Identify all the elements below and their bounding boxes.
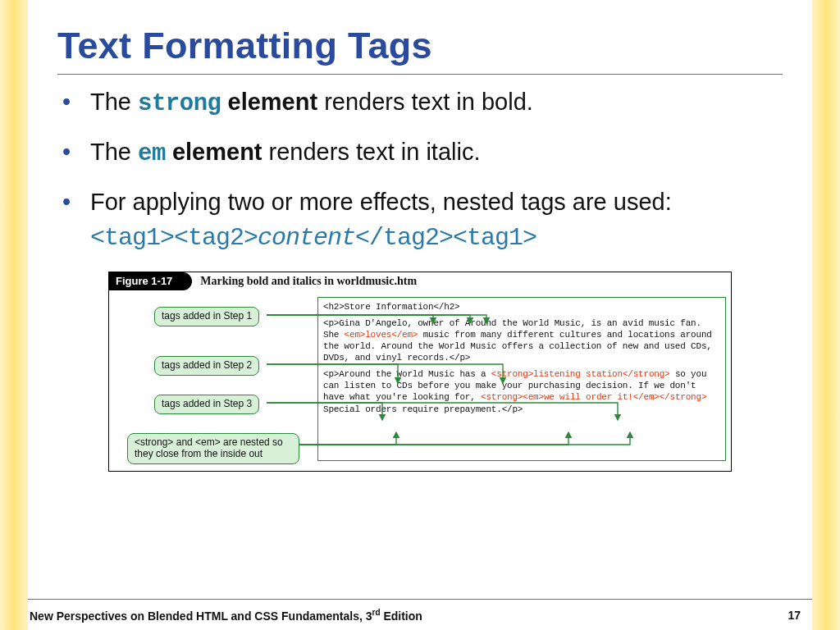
b2-post: renders text in italic.	[262, 139, 481, 165]
figure-label: Figure 1-17	[109, 272, 180, 290]
code-para2: <p>Around the World Music has a <strong>…	[323, 368, 720, 414]
bullet-1: The strong element renders text in bold.	[82, 86, 783, 120]
footer-book: New Perspectives on Blended HTML and CSS…	[30, 608, 422, 623]
edge-gradient-right	[812, 0, 840, 630]
b3-text: For applying two or more effects, nested…	[90, 189, 672, 215]
slide-body: Text Formatting Tags The strong element …	[28, 0, 812, 630]
b3-t2: </tag2><tag1>	[355, 224, 536, 252]
figure-tab: Figure 1-17 Marking bold and italics in …	[109, 272, 417, 290]
footer-page: 17	[788, 609, 801, 622]
b1-pre: The	[90, 89, 138, 115]
code-panel: <h2>Store Information</h2> <p>Gina D'Ang…	[317, 297, 726, 461]
title-rule	[57, 74, 783, 75]
bullet-2: The em element renders text in italic.	[82, 136, 783, 170]
figure-tab-curve	[180, 272, 192, 290]
code-para1: <p>Gina D'Angelo, owner of Around the Wo…	[323, 317, 720, 363]
figure-caption: Marking bold and italics in worldmusic.h…	[192, 275, 417, 288]
b2-mid: element	[166, 139, 262, 165]
edge-gradient-left	[0, 0, 28, 630]
bullet-list: The strong element renders text in bold.…	[57, 86, 783, 255]
bullet-3: For applying two or more effects, nested…	[82, 186, 783, 255]
b1-mid: element	[221, 89, 317, 115]
b3-content: content	[258, 224, 355, 252]
b3-t1: <tag1><tag2>	[90, 224, 258, 252]
b2-code: em	[138, 140, 166, 167]
code-l1: <h2>Store Information</h2>	[323, 301, 720, 313]
annot-step1: tags added in Step 1	[154, 307, 259, 326]
b1-post: renders text in bold.	[317, 89, 533, 115]
b1-code: strong	[138, 90, 221, 117]
b2-pre: The	[90, 139, 138, 165]
slide-title: Text Formatting Tags	[57, 25, 783, 74]
b3-codeline: <tag1><tag2>content</tag2><tag1>	[90, 221, 783, 255]
footer: New Perspectives on Blended HTML and CSS…	[28, 599, 812, 630]
figure-box: Figure 1-17 Marking bold and italics in …	[108, 272, 732, 472]
annot-step3: tags added in Step 3	[154, 395, 259, 414]
annot-step2: tags added in Step 2	[154, 356, 259, 376]
annot-nested: <strong> and <em> are nested so they clo…	[127, 433, 299, 464]
